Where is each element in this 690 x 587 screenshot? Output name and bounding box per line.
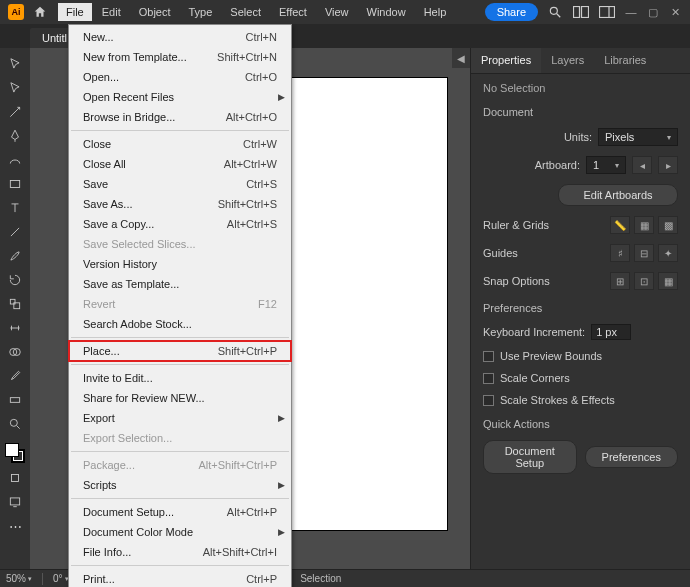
menu-file[interactable]: File xyxy=(58,3,92,21)
units-label: Units: xyxy=(564,131,592,143)
menu-window[interactable]: Window xyxy=(359,3,414,21)
type-tool[interactable] xyxy=(4,198,26,218)
properties-panel: PropertiesLayersLibraries No Selection D… xyxy=(470,48,690,569)
snap-pixel-icon[interactable]: ⊞ xyxy=(610,272,630,290)
file-menu-open-recent-files[interactable]: Open Recent Files▶ xyxy=(69,87,291,107)
menu-separator xyxy=(71,451,289,452)
file-menu-save-as[interactable]: Save As...Shift+Ctrl+S xyxy=(69,194,291,214)
close-button[interactable]: ✕ xyxy=(668,5,682,19)
workspace-switcher-icon[interactable] xyxy=(598,3,616,21)
file-menu-search-adobe-stock[interactable]: Search Adobe Stock... xyxy=(69,314,291,334)
edit-artboards-button[interactable]: Edit Artboards xyxy=(558,184,678,206)
svg-rect-3 xyxy=(582,7,589,18)
guides-smart-icon[interactable]: ✦ xyxy=(658,244,678,262)
file-menu-share-for-review-new[interactable]: Share for Review NEW... xyxy=(69,388,291,408)
menu-object[interactable]: Object xyxy=(131,3,179,21)
file-menu-close-all[interactable]: Close AllAlt+Ctrl+W xyxy=(69,154,291,174)
file-menu-invite-to-edit[interactable]: Invite to Edit... xyxy=(69,368,291,388)
file-menu-close[interactable]: CloseCtrl+W xyxy=(69,134,291,154)
selection-tool[interactable] xyxy=(4,54,26,74)
share-button[interactable]: Share xyxy=(485,3,538,21)
scale-strokes-effects-label: Scale Strokes & Effects xyxy=(500,394,615,406)
file-menu-document-color-mode[interactable]: Document Color Mode▶ xyxy=(69,522,291,542)
menu-edit[interactable]: Edit xyxy=(94,3,129,21)
guides-lock-icon[interactable]: ⊟ xyxy=(634,244,654,262)
file-menu-save-as-template[interactable]: Save as Template... xyxy=(69,274,291,294)
pen-tool[interactable] xyxy=(4,126,26,146)
file-menu-file-info[interactable]: File Info...Alt+Shift+Ctrl+I xyxy=(69,542,291,562)
width-tool[interactable] xyxy=(4,318,26,338)
file-menu-save[interactable]: SaveCtrl+S xyxy=(69,174,291,194)
quick-actions-label: Quick Actions xyxy=(483,418,678,430)
menu-effect[interactable]: Effect xyxy=(271,3,315,21)
maximize-button[interactable]: ▢ xyxy=(646,5,660,19)
fill-stroke-swatch[interactable] xyxy=(4,442,26,464)
panel-tab-properties[interactable]: Properties xyxy=(471,48,541,73)
direct-selection-tool[interactable] xyxy=(4,78,26,98)
menu-type[interactable]: Type xyxy=(181,3,221,21)
zoom-control[interactable]: 50%▾ xyxy=(6,573,32,584)
svg-rect-14 xyxy=(12,475,19,482)
document-setup-button[interactable]: Document Setup xyxy=(483,440,577,474)
file-menu-print[interactable]: Print...Ctrl+P xyxy=(69,569,291,587)
keyboard-increment-input[interactable]: 1 px xyxy=(591,324,631,340)
paintbrush-tool[interactable] xyxy=(4,246,26,266)
menu-select[interactable]: Select xyxy=(222,3,269,21)
file-menu-scripts[interactable]: Scripts▶ xyxy=(69,475,291,495)
ruler-icon[interactable]: 📏 xyxy=(610,216,630,234)
units-dropdown[interactable]: Pixels▾ xyxy=(598,128,678,146)
svg-point-0 xyxy=(550,7,557,14)
file-menu-export[interactable]: Export▶ xyxy=(69,408,291,428)
search-icon[interactable] xyxy=(546,3,564,21)
preferences-section-label: Preferences xyxy=(483,302,678,314)
artboard-prev-icon[interactable]: ◂ xyxy=(632,156,652,174)
minimize-button[interactable]: — xyxy=(624,5,638,19)
artboard[interactable] xyxy=(290,78,447,530)
artboard-dropdown[interactable]: 1▾ xyxy=(586,156,626,174)
snap-grid-icon[interactable]: ▦ xyxy=(658,272,678,290)
curvature-tool[interactable] xyxy=(4,150,26,170)
edit-toolbar-icon[interactable]: ⋯ xyxy=(4,516,26,536)
scale-strokes-effects-checkbox[interactable] xyxy=(483,395,494,406)
zoom-tool[interactable] xyxy=(4,414,26,434)
transparency-grid-icon[interactable]: ▩ xyxy=(658,216,678,234)
file-menu-version-history[interactable]: Version History xyxy=(69,254,291,274)
rotate-view-control[interactable]: 0°▾ xyxy=(53,573,69,584)
file-menu-new[interactable]: New...Ctrl+N xyxy=(69,27,291,47)
panel-tab-layers[interactable]: Layers xyxy=(541,48,594,73)
artboard-next-icon[interactable]: ▸ xyxy=(658,156,678,174)
home-icon[interactable] xyxy=(32,4,48,20)
app-icon: Ai xyxy=(8,4,24,20)
panel-tabs: PropertiesLayersLibraries xyxy=(471,48,690,74)
eyedropper-tool[interactable] xyxy=(4,366,26,386)
magic-wand-tool[interactable] xyxy=(4,102,26,122)
file-menu-browse-in-bridge[interactable]: Browse in Bridge...Alt+Ctrl+O xyxy=(69,107,291,127)
file-menu-document-setup[interactable]: Document Setup...Alt+Ctrl+P xyxy=(69,502,291,522)
ruler-grids-label: Ruler & Grids xyxy=(483,219,549,231)
use-preview-bounds-checkbox[interactable] xyxy=(483,351,494,362)
menu-view[interactable]: View xyxy=(317,3,357,21)
file-menu-open[interactable]: Open...Ctrl+O xyxy=(69,67,291,87)
grid-icon[interactable]: ▦ xyxy=(634,216,654,234)
rectangle-tool[interactable] xyxy=(4,174,26,194)
draw-mode-icon[interactable] xyxy=(4,468,26,488)
panel-collapse-toggle[interactable]: ◀ xyxy=(452,48,470,68)
scale-corners-checkbox[interactable] xyxy=(483,373,494,384)
line-segment-tool[interactable] xyxy=(4,222,26,242)
rotate-tool[interactable] xyxy=(4,270,26,290)
guides-visibility-icon[interactable]: ♯ xyxy=(610,244,630,262)
shape-builder-tool[interactable] xyxy=(4,342,26,362)
scale-tool[interactable] xyxy=(4,294,26,314)
menu-help[interactable]: Help xyxy=(416,3,455,21)
arrange-documents-icon[interactable] xyxy=(572,3,590,21)
file-menu-new-from-template[interactable]: New from Template...Shift+Ctrl+N xyxy=(69,47,291,67)
file-menu-save-a-copy[interactable]: Save a Copy...Alt+Ctrl+S xyxy=(69,214,291,234)
screen-mode-icon[interactable] xyxy=(4,492,26,512)
panel-tab-libraries[interactable]: Libraries xyxy=(594,48,656,73)
snap-point-icon[interactable]: ⊡ xyxy=(634,272,654,290)
preferences-button[interactable]: Preferences xyxy=(585,446,679,468)
file-menu-place[interactable]: Place...Shift+Ctrl+P xyxy=(69,341,291,361)
submenu-arrow-icon: ▶ xyxy=(278,89,285,105)
submenu-arrow-icon: ▶ xyxy=(278,410,285,426)
gradient-tool[interactable] xyxy=(4,390,26,410)
